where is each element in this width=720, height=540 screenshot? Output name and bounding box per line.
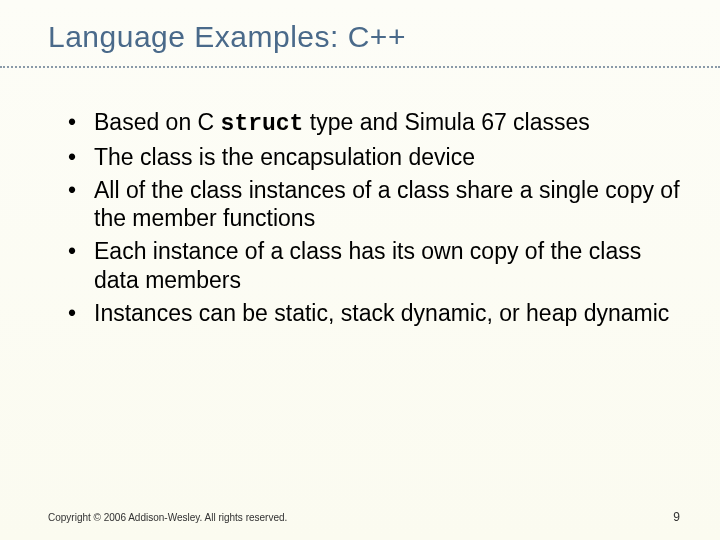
bullet-text-pre: Based on C [94,109,221,135]
title-divider [0,66,720,68]
bullet-list: Based on C struct type and Simula 67 cla… [48,108,680,327]
bullet-item: Instances can be static, stack dynamic, … [80,299,680,328]
bullet-text-pre: Each instance of a class has its own cop… [94,238,641,293]
bullet-text-post: type and Simula 67 classes [303,109,589,135]
bullet-item: The class is the encapsulation device [80,143,680,172]
bullet-text-pre: Instances can be static, stack dynamic, … [94,300,669,326]
bullet-text-pre: All of the class instances of a class sh… [94,177,680,232]
bullet-text-pre: The class is the encapsulation device [94,144,475,170]
footer: Copyright © 2006 Addison-Wesley. All rig… [48,510,680,524]
bullet-item: All of the class instances of a class sh… [80,176,680,234]
page-number: 9 [673,510,680,524]
slide: Language Examples: C++ Based on C struct… [0,0,720,540]
bullet-item: Based on C struct type and Simula 67 cla… [80,108,680,139]
bullet-item: Each instance of a class has its own cop… [80,237,680,295]
bullet-code: struct [221,111,304,137]
copyright-text: Copyright © 2006 Addison-Wesley. All rig… [48,512,287,523]
slide-title: Language Examples: C++ [48,20,680,54]
